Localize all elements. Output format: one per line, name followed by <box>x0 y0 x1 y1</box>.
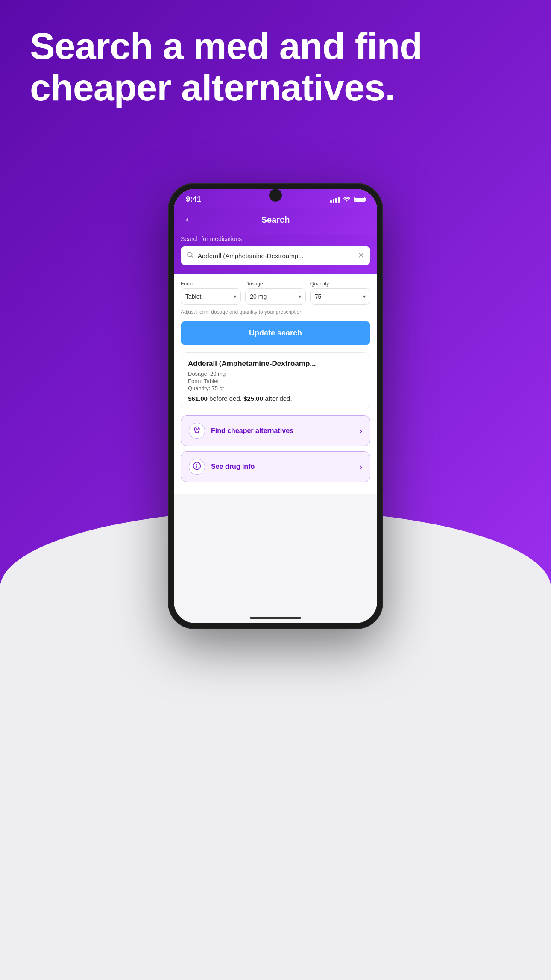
headline-line2: cheaper alternatives. <box>30 66 395 109</box>
drug-info-button[interactable]: See drug info › <box>181 451 370 482</box>
search-icon <box>187 251 193 260</box>
app-header: ‹ Search <box>174 208 377 235</box>
header-title: Search <box>261 215 290 225</box>
search-value: Adderall (Amphetamine-Dextroamp... <box>198 252 354 259</box>
info-icon <box>193 462 201 472</box>
svg-point-2 <box>198 428 199 429</box>
piggy-bank-icon <box>193 426 201 436</box>
headline-line1: Search a med and find <box>30 25 422 67</box>
drug-info-chevron-icon: › <box>360 462 362 471</box>
status-icons <box>330 196 365 203</box>
quantity-chevron-icon: ▾ <box>363 294 366 300</box>
drug-name: Adderall (Amphetamine-Dextroamp... <box>188 359 363 368</box>
svg-line-1 <box>191 256 193 257</box>
filter-quantity-label: Quantity <box>310 281 370 287</box>
drug-form: Form: Tablet <box>188 378 363 384</box>
search-clear-button[interactable]: ✕ <box>358 251 364 260</box>
piggy-bank-icon-wrap <box>189 423 205 439</box>
quantity-select[interactable]: 75 ▾ <box>310 288 370 305</box>
search-input-wrap[interactable]: Adderall (Amphetamine-Dextroamp... ✕ <box>181 246 370 265</box>
quantity-select-value: 75 <box>315 293 322 300</box>
drug-dosage: Dosage: 20 mg <box>188 371 363 377</box>
wifi-icon <box>343 196 351 203</box>
drug-quantity: Quantity: 75 ct <box>188 385 363 391</box>
dosage-select-value: 20 mg <box>250 293 267 300</box>
signal-icon <box>330 197 340 203</box>
info-icon-wrap <box>189 459 205 475</box>
drug-price: $61.00 before ded. $25.00 after ded. <box>188 395 363 402</box>
search-area: Search for medications Adderall (Ampheta… <box>174 235 377 274</box>
find-cheaper-label: Find cheaper alternatives <box>211 427 293 435</box>
phone-notch <box>269 189 282 202</box>
form-chevron-icon: ▾ <box>234 294 236 300</box>
phone-screen: 9:41 ‹ Search <box>174 189 377 623</box>
drug-card: Adderall (Amphetamine-Dextroamp... Dosag… <box>181 352 370 409</box>
search-label: Search for medications <box>181 235 370 242</box>
battery-icon <box>354 197 365 202</box>
filter-form: Form Tablet ▾ <box>181 281 241 305</box>
drug-info-left: See drug info <box>189 459 255 475</box>
status-time: 9:41 <box>186 195 201 204</box>
filter-row: Form Tablet ▾ Dosage 20 mg ▾ Quantity <box>181 281 370 305</box>
filter-dosage-label: Dosage <box>245 281 305 287</box>
form-select-value: Tablet <box>185 293 201 300</box>
price-before: $61.00 <box>188 395 208 402</box>
headline: Search a med and find cheaper alternativ… <box>30 26 521 109</box>
dosage-select[interactable]: 20 mg ▾ <box>245 288 305 305</box>
filter-quantity: Quantity 75 ▾ <box>310 281 370 305</box>
filter-hint: Adjust Form, dosage and quantity to your… <box>181 309 370 315</box>
find-cheaper-chevron-icon: › <box>360 427 362 436</box>
find-cheaper-left: Find cheaper alternatives <box>189 423 293 439</box>
update-search-button[interactable]: Update search <box>181 321 370 345</box>
form-select[interactable]: Tablet ▾ <box>181 288 241 305</box>
price-after: $25.00 <box>243 395 263 402</box>
filter-form-label: Form <box>181 281 241 287</box>
phone-device: 9:41 ‹ Search <box>169 184 382 628</box>
main-content: Form Tablet ▾ Dosage 20 mg ▾ Quantity <box>174 274 377 494</box>
find-cheaper-button[interactable]: Find cheaper alternatives › <box>181 415 370 446</box>
back-button[interactable]: ‹ <box>182 212 192 227</box>
home-indicator <box>250 617 301 619</box>
filter-dosage: Dosage 20 mg ▾ <box>245 281 305 305</box>
before-label: before ded. <box>209 395 242 402</box>
after-label: after ded. <box>265 395 292 402</box>
dosage-chevron-icon: ▾ <box>299 294 301 300</box>
drug-info-label: See drug info <box>211 463 255 471</box>
